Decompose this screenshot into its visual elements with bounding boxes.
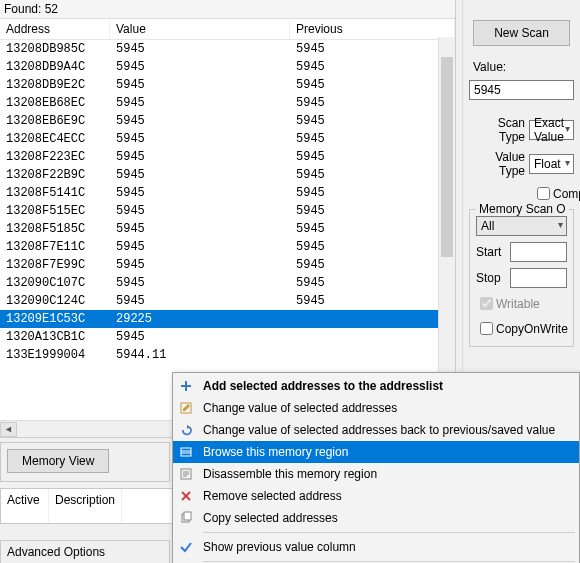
cell-previous: 5945	[290, 274, 455, 292]
memory-range-dropdown[interactable]: All	[476, 216, 567, 236]
table-row[interactable]: 13208EB68EC59455945	[0, 94, 455, 112]
cell-address: 132090C124C	[0, 292, 110, 310]
memory-scan-options-group: Memory Scan O All Start Stop Writable Co…	[469, 209, 574, 347]
cell-previous: 5945	[290, 76, 455, 94]
cell-value: 5945	[110, 76, 290, 94]
remove-icon	[173, 485, 199, 507]
table-row[interactable]: 13208DB9E2C59455945	[0, 76, 455, 94]
cell-previous: 5945	[290, 166, 455, 184]
cell-address: 133E1999004	[0, 346, 110, 364]
cell-previous: 5945	[290, 220, 455, 238]
vertical-scrollbar[interactable]	[438, 37, 455, 400]
cell-previous	[290, 310, 455, 328]
table-row[interactable]: 132090C124C59455945	[0, 292, 455, 310]
context-menu-item[interactable]: Disassemble this memory region	[173, 463, 579, 485]
cell-address: 1320A13CB1C	[0, 328, 110, 346]
context-menu-item[interactable]: Change value of selected addresses back …	[173, 419, 579, 441]
table-row[interactable]: 13208F7E99C59455945	[0, 256, 455, 274]
table-row[interactable]: 13208F515EC59455945	[0, 202, 455, 220]
undo-icon	[173, 419, 199, 441]
table-row[interactable]: 13208DB985C59455945	[0, 40, 455, 58]
start-address-input[interactable]	[510, 242, 567, 262]
context-menu-label: Change value of selected addresses	[203, 401, 397, 415]
check-icon	[173, 536, 199, 558]
value-type-dropdown[interactable]: Float	[529, 154, 574, 174]
results-list: Address Value Previous 13208DB985C594559…	[0, 19, 455, 417]
context-menu-item[interactable]: Remove selected address	[173, 485, 579, 507]
scroll-left-icon[interactable]: ◄	[0, 422, 17, 437]
context-menu-separator	[203, 532, 575, 533]
context-menu-label: Browse this memory region	[203, 445, 348, 459]
cell-value: 5945	[110, 238, 290, 256]
table-row[interactable]: 13208F22B9C59455945	[0, 166, 455, 184]
scrollbar-thumb[interactable]	[441, 57, 453, 257]
cell-address: 13208F7E99C	[0, 256, 110, 274]
cell-value: 5945	[110, 220, 290, 238]
compare-label: Compare	[553, 187, 580, 201]
context-menu-label: Change value of selected addresses back …	[203, 423, 555, 437]
advanced-options-button[interactable]: Advanced Options	[0, 540, 170, 563]
cell-address: 13208DB985C	[0, 40, 110, 58]
table-row[interactable]: 13208F7E11C59455945	[0, 238, 455, 256]
copyonwrite-checkbox[interactable]	[480, 322, 493, 335]
compare-checkbox[interactable]	[537, 187, 550, 200]
table-row[interactable]: 13208F5185C59455945	[0, 220, 455, 238]
memory-view-button[interactable]: Memory View	[7, 449, 109, 473]
cell-address: 13208F223EC	[0, 148, 110, 166]
cell-previous: 5945	[290, 58, 455, 76]
cell-previous: 5945	[290, 40, 455, 58]
table-row[interactable]: 13209E1C53C29225	[0, 310, 455, 328]
context-menu-item[interactable]: Copy selected addresses	[173, 507, 579, 529]
table-row[interactable]: 133E19990045944.11	[0, 346, 455, 364]
memory-view-area: Memory View	[0, 442, 170, 482]
context-menu-item[interactable]: Change value of selected addresses	[173, 397, 579, 419]
table-row[interactable]: 132090C107C59455945	[0, 274, 455, 292]
cell-value: 5945	[110, 274, 290, 292]
context-menu: Add selected addresses to the addresslis…	[172, 372, 580, 563]
table-row[interactable]: 13208F223EC59455945	[0, 148, 455, 166]
cell-previous: 5945	[290, 292, 455, 310]
table-row[interactable]: 13208DB9A4C59455945	[0, 58, 455, 76]
writable-checkbox[interactable]	[480, 297, 493, 310]
start-label: Start	[476, 245, 510, 259]
addresslist-header-active[interactable]: Active	[1, 489, 49, 523]
value-type-label: Value Type	[469, 150, 529, 178]
context-menu-label: Remove selected address	[203, 489, 342, 503]
table-row[interactable]: 13208EB6E9C59455945	[0, 112, 455, 130]
table-row[interactable]: 1320A13CB1C5945	[0, 328, 455, 346]
context-menu-label: Show previous value column	[203, 540, 356, 554]
addresslist-header-description[interactable]: Description	[49, 489, 122, 523]
table-row[interactable]: 13208EC4ECC59455945	[0, 130, 455, 148]
cell-address: 132090C107C	[0, 274, 110, 292]
cell-previous: 5945	[290, 148, 455, 166]
cell-previous	[290, 328, 455, 346]
stop-address-input[interactable]	[510, 268, 567, 288]
cell-previous: 5945	[290, 202, 455, 220]
cell-value: 5945	[110, 328, 290, 346]
cell-previous: 5945	[290, 112, 455, 130]
cell-address: 13208DB9E2C	[0, 76, 110, 94]
context-menu-item[interactable]: Browse this memory region	[173, 441, 579, 463]
context-menu-label: Add selected addresses to the addresslis…	[203, 379, 443, 393]
disasm-icon	[173, 463, 199, 485]
context-menu-item[interactable]: Add selected addresses to the addresslis…	[173, 375, 579, 397]
cell-value: 5944.11	[110, 346, 290, 364]
header-address[interactable]: Address	[0, 19, 110, 39]
scan-type-dropdown[interactable]: Exact Value	[529, 120, 574, 140]
header-value[interactable]: Value	[110, 19, 290, 39]
cell-previous	[290, 346, 455, 364]
cell-address: 13208EC4ECC	[0, 130, 110, 148]
cell-value: 5945	[110, 202, 290, 220]
svg-rect-3	[181, 448, 191, 456]
context-menu-item[interactable]: Show previous value column	[173, 536, 579, 558]
writable-label: Writable	[496, 297, 540, 311]
results-header: Address Value Previous	[0, 19, 455, 40]
svg-rect-13	[184, 512, 191, 520]
stop-label: Stop	[476, 271, 510, 285]
scan-value-input[interactable]: 5945	[469, 80, 574, 100]
plus-icon	[173, 375, 199, 397]
context-menu-label: Copy selected addresses	[203, 511, 338, 525]
table-row[interactable]: 13208F5141C59455945	[0, 184, 455, 202]
new-scan-button[interactable]: New Scan	[473, 20, 570, 46]
header-previous[interactable]: Previous	[290, 19, 455, 39]
